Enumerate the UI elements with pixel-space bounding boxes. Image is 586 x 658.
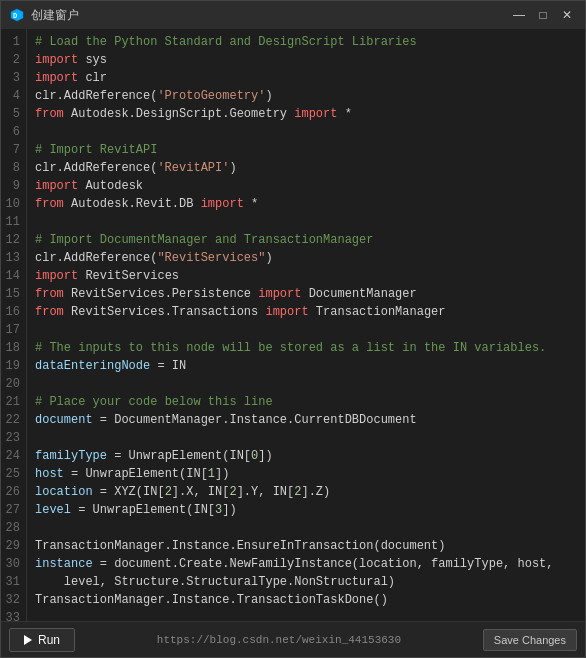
code-container[interactable]: 12345 678910 1112131415 1617181920 21222…: [1, 29, 585, 621]
title-bar: D 创建窗户 — □ ✕: [1, 1, 585, 29]
svg-text:D: D: [13, 12, 17, 20]
code-line-2: import sys: [35, 51, 577, 69]
code-line-11: [35, 213, 577, 231]
code-line-3: import clr: [35, 69, 577, 87]
code-editor[interactable]: # Load the Python Standard and DesignScr…: [27, 29, 585, 621]
code-line-9: import Autodesk: [35, 177, 577, 195]
code-line-30: instance = document.Create.NewFamilyInst…: [35, 555, 577, 573]
code-line-18: # The inputs to this node will be stored…: [35, 339, 577, 357]
code-line-8: clr.AddReference('RevitAPI'): [35, 159, 577, 177]
editor-area: 12345 678910 1112131415 1617181920 21222…: [1, 29, 585, 621]
run-icon: [24, 635, 32, 645]
code-line-28: [35, 519, 577, 537]
code-line-17: [35, 321, 577, 339]
code-line-25: host = UnwrapElement(IN[1]): [35, 465, 577, 483]
run-button[interactable]: Run: [9, 628, 75, 652]
code-line-27: level = UnwrapElement(IN[3]): [35, 501, 577, 519]
dynamo-icon: D: [9, 7, 25, 23]
close-button[interactable]: ✕: [557, 7, 577, 23]
code-line-19: dataEnteringNode = IN: [35, 357, 577, 375]
code-line-23: [35, 429, 577, 447]
url-display: https://blog.csdn.net/weixin_44153630: [157, 634, 401, 646]
code-line-1: # Load the Python Standard and DesignScr…: [35, 33, 577, 51]
code-line-14: import RevitServices: [35, 267, 577, 285]
code-line-5: from Autodesk.DesignScript.Geometry impo…: [35, 105, 577, 123]
code-line-24: familyType = UnwrapElement(IN[0]): [35, 447, 577, 465]
code-line-6: [35, 123, 577, 141]
bottom-bar: Run https://blog.csdn.net/weixin_4415363…: [1, 621, 585, 657]
maximize-button[interactable]: □: [533, 7, 553, 23]
save-changes-button[interactable]: Save Changes: [483, 629, 577, 651]
main-window: D 创建窗户 — □ ✕ 12345 678910 1112131415 161…: [0, 0, 586, 658]
code-line-12: # Import DocumentManager and Transaction…: [35, 231, 577, 249]
minimize-button[interactable]: —: [509, 7, 529, 23]
code-line-31: level, Structure.StructuralType.NonStruc…: [35, 573, 577, 591]
code-line-4: clr.AddReference('ProtoGeometry'): [35, 87, 577, 105]
code-line-15: from RevitServices.Persistence import Do…: [35, 285, 577, 303]
code-line-22: document = DocumentManager.Instance.Curr…: [35, 411, 577, 429]
code-line-31b: TransactionManager.Instance.TransactionT…: [35, 591, 577, 609]
code-line-20: [35, 375, 577, 393]
code-line-29: TransactionManager.Instance.EnsureInTran…: [35, 537, 577, 555]
code-line-21: # Place your code below this line: [35, 393, 577, 411]
title-bar-left: D 创建窗户: [9, 7, 79, 24]
title-bar-controls: — □ ✕: [509, 7, 577, 23]
run-label: Run: [38, 633, 60, 647]
code-line-26: location = XYZ(IN[2].X, IN[2].Y, IN[2].Z…: [35, 483, 577, 501]
code-line-32: [35, 609, 577, 621]
code-line-16: from RevitServices.Transactions import T…: [35, 303, 577, 321]
window-title: 创建窗户: [31, 7, 79, 24]
code-line-10: from Autodesk.Revit.DB import *: [35, 195, 577, 213]
line-numbers: 12345 678910 1112131415 1617181920 21222…: [1, 29, 27, 621]
code-line-7: # Import RevitAPI: [35, 141, 577, 159]
code-line-13: clr.AddReference("RevitServices"): [35, 249, 577, 267]
